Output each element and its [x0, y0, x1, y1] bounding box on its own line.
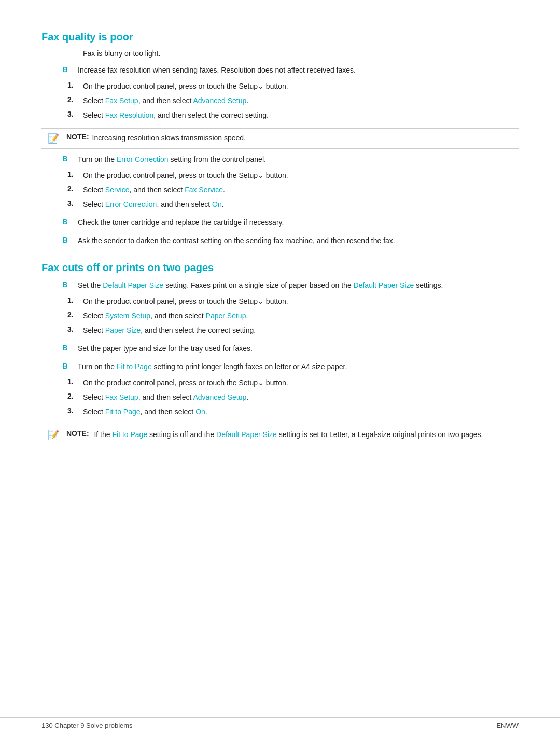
bullet-text-1: Increase fax resolution when sending fax… [78, 65, 519, 76]
step-list-s2-1: 1. On the product control panel, press o… [67, 296, 519, 336]
step-text-s2-3-1: On the product control panel, press or t… [83, 377, 288, 388]
bullet-default-paper: B Set the Default Paper Size setting. Fa… [41, 280, 519, 336]
step-num-1-1: 1. [67, 81, 83, 89]
page-footer: 130 Chapter 9 Solve problems ENWW [0, 717, 560, 729]
link-fit-to-page-note[interactable]: Fit to Page [112, 430, 147, 439]
bullet-text-3: Check the toner cartridge and replace th… [78, 217, 519, 228]
bullet-paper-type: B Set the paper type and size for the tr… [41, 343, 519, 354]
step-num-s2-1-2: 2. [67, 311, 83, 319]
link-system-setup[interactable]: System Setup [105, 312, 150, 320]
step-1-3: 3. Select Fax Resolution, and then selec… [67, 110, 519, 121]
bullet-error-correction: B Turn on the Error Correction setting f… [41, 154, 519, 210]
step-num-1-2: 2. [67, 95, 83, 104]
bullet-fit-to-page: B Turn on the Fit to Page setting to pri… [41, 361, 519, 417]
bullet-ask-sender: B Ask the sender to darken the contrast … [41, 235, 519, 246]
bullet-marker-3: B [62, 217, 74, 226]
link-advanced-setup-1[interactable]: Advanced Setup [193, 96, 247, 105]
step-list-1: 1. On the product control panel, press o… [67, 81, 519, 121]
step-text-s2-1-1: On the product control panel, press or t… [83, 296, 288, 307]
link-service[interactable]: Service [105, 186, 130, 194]
bullet-marker-4: B [62, 235, 74, 244]
step-s2-3-3: 3. Select Fit to Page, and then select O… [67, 406, 519, 417]
step-s2-3-1: 1. On the product control panel, press o… [67, 377, 519, 388]
link-fax-service[interactable]: Fax Service [185, 186, 223, 194]
step-text-s2-3-2: Select Fax Setup, and then select Advanc… [83, 392, 248, 403]
step-s2-1-2: 2. Select System Setup, and then select … [67, 311, 519, 321]
step-2-3: 3. Select Error Correction, and then sel… [67, 199, 519, 210]
step-text-2-1: On the product control panel, press or t… [83, 170, 288, 181]
note-text-1: Increasing resolution slows transmission… [92, 133, 246, 144]
section-fax-cuts: Fax cuts off or prints on two pages B Se… [41, 262, 519, 445]
step-num-s2-1-1: 1. [67, 296, 83, 304]
step-text-s2-3-3: Select Fit to Page, and then select On. [83, 406, 207, 417]
link-default-paper-size-note[interactable]: Default Paper Size [216, 430, 277, 439]
bullet-marker-s2-1: B [62, 280, 74, 289]
step-num-s2-3-1: 1. [67, 377, 83, 386]
bullet-text-s2-3: Turn on the Fit to Page setting to print… [78, 361, 519, 372]
step-num-s2-1-3: 3. [67, 325, 83, 333]
bullet-marker-2: B [62, 154, 74, 163]
section1-title: Fax quality is poor [41, 31, 519, 43]
bullet-text-s2-1: Set the Default Paper Size setting. Faxe… [78, 280, 519, 291]
footer-right: ENWW [496, 722, 519, 729]
section-fax-quality: Fax quality is poor Fax is blurry or too… [41, 31, 519, 246]
section2-title: Fax cuts off or prints on two pages [41, 262, 519, 274]
link-fax-resolution[interactable]: Fax Resolution [105, 111, 153, 119]
step-list-s2-3: 1. On the product control panel, press o… [67, 377, 519, 417]
bullet-marker-s2-2: B [62, 343, 74, 352]
bullet-text-4: Ask the sender to darken the contrast se… [78, 235, 519, 246]
step-1-1: 1. On the product control panel, press o… [67, 81, 519, 92]
note-icon-2: 📝 [48, 429, 62, 441]
link-fax-setup-2[interactable]: Fax Setup [105, 393, 138, 401]
step-num-1-3: 3. [67, 110, 83, 118]
bullet-text-2: Turn on the Error Correction setting fro… [78, 154, 519, 165]
link-error-correction-main[interactable]: Error Correction [117, 155, 169, 163]
step-s2-1-1: 1. On the product control panel, press o… [67, 296, 519, 307]
link-fax-setup-1[interactable]: Fax Setup [105, 96, 138, 105]
step-text-2-3: Select Error Correction, and then select… [83, 199, 224, 210]
step-num-2-3: 3. [67, 199, 83, 207]
link-paper-size[interactable]: Paper Size [105, 326, 141, 334]
step-num-s2-3-2: 2. [67, 392, 83, 400]
link-default-paper-size-2[interactable]: Default Paper Size [354, 281, 414, 289]
note-text-2: If the Fit to Page setting is off and th… [92, 429, 483, 440]
bullet-marker-s2-3: B [62, 361, 74, 370]
note-icon-1: 📝 [48, 133, 62, 144]
step-text-1-1: On the product control panel, press or t… [83, 81, 288, 92]
bullet-toner: B Check the toner cartridge and replace … [41, 217, 519, 228]
step-text-s2-1-3: Select Paper Size, and then select the c… [83, 325, 256, 336]
link-fit-to-page-step[interactable]: Fit to Page [105, 407, 141, 416]
step-text-1-3: Select Fax Resolution, and then select t… [83, 110, 269, 121]
step-s2-1-3: 3. Select Paper Size, and then select th… [67, 325, 519, 336]
note-label-2: NOTE: [66, 429, 89, 438]
step-num-2-2: 2. [67, 185, 83, 193]
step-text-s2-1-2: Select System Setup, and then select Pap… [83, 311, 248, 321]
bullet-text-s2-2: Set the paper type and size for the tray… [78, 343, 519, 354]
step-s2-3-2: 2. Select Fax Setup, and then select Adv… [67, 392, 519, 403]
link-on-1[interactable]: On [212, 200, 222, 208]
note-box-2: 📝 NOTE: If the Fit to Page setting is of… [41, 425, 519, 445]
step-text-1-2: Select Fax Setup, and then select Advanc… [83, 95, 248, 106]
link-advanced-setup-2[interactable]: Advanced Setup [193, 393, 247, 401]
step-text-2-2: Select Service, and then select Fax Serv… [83, 185, 225, 195]
link-paper-setup[interactable]: Paper Setup [206, 312, 246, 320]
step-1-2: 2. Select Fax Setup, and then select Adv… [67, 95, 519, 106]
section1-intro: Fax is blurry or too light. [83, 49, 519, 58]
link-error-correction-step[interactable]: Error Correction [105, 200, 157, 208]
link-on-2[interactable]: On [195, 407, 205, 416]
step-2-1: 1. On the product control panel, press o… [67, 170, 519, 181]
step-list-2: 1. On the product control panel, press o… [67, 170, 519, 210]
link-default-paper-size-1[interactable]: Default Paper Size [103, 281, 163, 289]
bullet-marker-1: B [62, 65, 74, 74]
step-2-2: 2. Select Service, and then select Fax S… [67, 185, 519, 195]
bullet-increase-resolution: B Increase fax resolution when sending f… [41, 65, 519, 121]
note-box-1: 📝 NOTE: Increasing resolution slows tran… [41, 128, 519, 149]
link-fit-to-page-main[interactable]: Fit to Page [117, 362, 152, 371]
note-label-1: NOTE: [66, 133, 89, 141]
step-num-2-1: 1. [67, 170, 83, 178]
step-num-s2-3-3: 3. [67, 406, 83, 415]
footer-left: 130 Chapter 9 Solve problems [41, 722, 133, 729]
